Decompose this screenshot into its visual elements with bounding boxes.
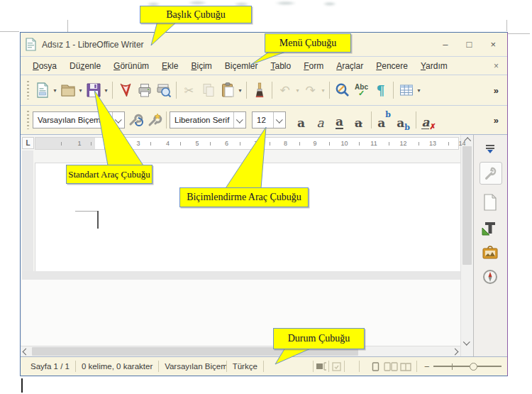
open-dropdown[interactable]: ▾ — [77, 87, 84, 94]
new-style-button[interactable] — [144, 110, 163, 130]
guide-line — [506, 20, 507, 31]
menu-ekle[interactable]: Ekle — [155, 59, 184, 73]
ruler-number: 12 — [399, 140, 406, 147]
save-button[interactable] — [84, 80, 103, 100]
toolbar-overflow-button[interactable]: » — [488, 115, 504, 126]
vertical-scrollbar[interactable] — [460, 135, 473, 356]
clone-formatting-button[interactable] — [250, 80, 269, 100]
print-button[interactable] — [135, 80, 154, 100]
menu-bar: DosyaDüzenleGörünümEkleBiçimBiçemlerTabl… — [21, 57, 507, 75]
insert-table-dropdown[interactable]: ▾ — [416, 87, 422, 94]
redo-icon: ↷ — [305, 83, 315, 97]
status-word-count[interactable]: 0 kelime, 0 karakter — [76, 362, 158, 371]
new-document-dropdown[interactable]: ▾ — [52, 87, 58, 94]
bold-button[interactable]: a — [292, 109, 311, 131]
save-dropdown[interactable]: ▾ — [103, 87, 109, 94]
paste-dropdown[interactable]: ▾ — [237, 87, 243, 94]
spelling-button[interactable]: Abc ✓ — [352, 80, 371, 100]
menu-tablo[interactable]: Tablo — [264, 59, 297, 73]
sidebar-settings-button[interactable] — [480, 138, 501, 160]
ruler-number: 8 — [284, 140, 287, 147]
undo-button: ↶ — [275, 80, 294, 100]
print-icon — [136, 82, 153, 99]
selection-mode-icon[interactable] — [314, 362, 328, 371]
minimize-button[interactable]: – — [443, 33, 448, 56]
zoom-out-button[interactable]: − — [424, 361, 430, 372]
paragraph-style-combo[interactable]: Varsayılan Biçem — [33, 111, 125, 128]
page-bottom-gap — [22, 271, 460, 280]
multi-page-view-icon[interactable] — [383, 362, 398, 371]
menu-görünüm[interactable]: Görünüm — [107, 59, 155, 73]
font-size-combo[interactable]: 12 — [252, 111, 286, 128]
horizontal-scrollbar[interactable] — [21, 346, 460, 356]
ruler-number: 6 — [225, 140, 228, 147]
close-document-button[interactable]: × — [494, 61, 501, 71]
menu-biçemler[interactable]: Biçemler — [218, 59, 265, 73]
underline-button[interactable]: a — [330, 109, 349, 131]
new-document-button[interactable] — [33, 80, 52, 100]
chevron-down-icon[interactable] — [273, 112, 285, 128]
italic-icon: a — [316, 117, 323, 129]
update-style-button[interactable] — [125, 110, 144, 130]
menu-araçlar[interactable]: Araçlar — [330, 59, 370, 73]
sidebar-tab-gallery[interactable] — [480, 243, 501, 264]
font-name-combo[interactable]: Liberation Serif — [170, 111, 246, 128]
find-replace-icon — [334, 82, 351, 99]
italic-button[interactable]: a — [311, 109, 330, 131]
strikethrough-button[interactable]: a — [349, 109, 368, 131]
callout-standard-toolbar: Standart Araç Çubuğu — [66, 165, 153, 184]
sidebar-tab-page[interactable] — [480, 192, 501, 213]
separator — [393, 82, 394, 99]
zoom-slider-handle[interactable] — [470, 363, 477, 371]
export-pdf-icon — [117, 82, 134, 99]
horizontal-ruler[interactable]: 1234567891011121314 — [35, 137, 459, 150]
styles-icon — [482, 220, 499, 237]
maximize-button[interactable]: □ — [467, 33, 472, 56]
paste-button[interactable] — [218, 80, 237, 100]
menu-dosya[interactable]: Dosya — [26, 59, 63, 73]
separator — [166, 111, 167, 128]
superscript-button[interactable]: ab — [375, 109, 394, 131]
clear-formatting-button[interactable]: a✗ — [419, 109, 438, 131]
separator — [371, 111, 372, 128]
formatting-marks-button[interactable]: ¶ — [371, 80, 390, 100]
toolbar-overflow-button[interactable]: » — [488, 85, 504, 96]
document-modified-icon[interactable] — [329, 362, 344, 371]
single-page-view-icon[interactable] — [368, 362, 383, 371]
toolbar-grip[interactable] — [26, 81, 31, 99]
menu-biçim[interactable]: Biçim — [184, 59, 218, 73]
chevron-down-icon[interactable] — [233, 112, 245, 128]
zoom-slider[interactable]: − — [424, 361, 501, 372]
sidebar-tab-styles[interactable] — [480, 218, 501, 239]
status-page-style[interactable]: Varsayılan Biçem — [159, 362, 226, 371]
clone-formatting-icon — [251, 82, 268, 99]
close-button[interactable]: × — [490, 33, 496, 56]
vertical-scrollbar-track[interactable] — [461, 145, 473, 337]
menu-düzenle[interactable]: Düzenle — [63, 59, 107, 73]
vertical-scrollbar-thumb[interactable] — [462, 146, 472, 265]
menu-pencere[interactable]: Pencere — [370, 59, 414, 73]
sidebar-tab-navigator[interactable] — [480, 266, 501, 288]
ruler-number: 7 — [254, 140, 257, 147]
open-button[interactable] — [58, 80, 77, 100]
menu-yardım[interactable]: Yardım — [414, 59, 454, 73]
scroll-right-arrow[interactable] — [450, 346, 460, 356]
status-language[interactable]: Türkçe — [227, 362, 263, 371]
tab-stop-selector[interactable]: L — [22, 137, 34, 149]
scroll-left-arrow[interactable] — [21, 346, 31, 356]
menu-form[interactable]: Form — [297, 59, 330, 73]
toolbar-grip[interactable] — [26, 111, 31, 129]
text-boundary-mark — [75, 211, 97, 212]
book-view-icon[interactable] — [399, 362, 414, 371]
subscript-button[interactable]: ab — [394, 109, 413, 131]
indent-marker[interactable] — [104, 138, 111, 149]
insert-table-button[interactable] — [397, 80, 416, 100]
status-page-number[interactable]: Sayfa 1 / 1 — [25, 362, 75, 371]
formatting-marks-icon: ¶ — [376, 82, 384, 98]
chevron-down-icon[interactable] — [112, 112, 124, 128]
sidebar-tab-properties[interactable] — [480, 162, 502, 185]
print-preview-button[interactable] — [154, 80, 173, 100]
find-replace-button[interactable] — [333, 80, 352, 100]
export-pdf-button[interactable] — [116, 80, 135, 100]
scroll-down-arrow[interactable] — [462, 337, 472, 347]
